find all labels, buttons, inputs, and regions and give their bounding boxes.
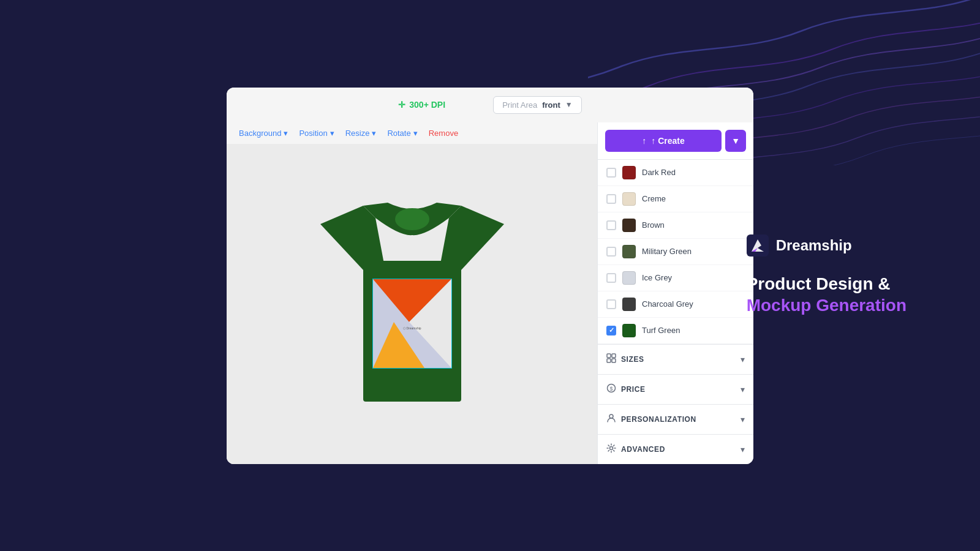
tagline-line1: Product Design & [747,274,907,294]
background-label: Background [239,129,281,138]
branding-panel: Dreamship Product Design & Mockup Genera… [747,234,907,317]
upload-icon: ↑ [642,136,646,146]
color-checkbox[interactable] [606,299,616,309]
color-checkbox[interactable] [606,194,616,204]
svg-rect-1 [363,266,374,275]
svg-rect-10 [607,354,611,358]
dpi-icon: ✛ [398,100,405,110]
dpi-badge: ✛ 300+ DPI [398,100,445,110]
top-bar: ✛ 300+ DPI Print Area front ▼ [227,88,753,122]
svg-text:$: $ [610,386,613,392]
dpi-label: 300+ DPI [409,100,445,110]
color-swatch [622,271,636,285]
svg-text:⬡ Dreamship: ⬡ Dreamship [403,326,421,330]
color-checkbox[interactable] [606,220,616,230]
color-item[interactable]: Ice Grey [598,265,753,291]
rotate-chevron-icon: ▾ [413,129,418,138]
dreamship-logo: Dreamship [747,234,907,257]
color-name: Dark Red [642,168,676,177]
color-item[interactable]: Dark Red [598,160,753,186]
color-item[interactable]: Creme [598,186,753,212]
create-dropdown-button[interactable]: ▼ [725,130,746,152]
background-button[interactable]: Background ▾ [239,129,288,138]
tshirt-svg: ⬡ Dreamship [314,187,510,420]
svg-rect-13 [612,359,616,362]
create-bar: ↑ ↑ Create ▼ [598,122,753,160]
print-area-label: Print Area [502,100,537,110]
svg-rect-12 [607,359,611,362]
price-icon: $ [606,383,616,395]
print-area-button[interactable]: Print Area front ▼ [493,96,582,114]
position-chevron-icon: ▾ [330,129,334,138]
create-dropdown-icon: ▼ [731,136,740,146]
tagline: Product Design & Mockup Generation [747,274,907,317]
position-label: Position [299,129,327,138]
rotate-button[interactable]: Rotate ▾ [387,129,417,138]
advanced-icon [606,443,616,455]
sizes-icon [606,353,616,365]
svg-rect-11 [612,354,616,358]
color-name: Creme [642,194,666,203]
color-item[interactable]: Turf Green [598,318,753,344]
color-swatch [622,219,636,232]
background-chevron-icon: ▾ [284,129,288,138]
accordion-container: SIZES▾$PRICE▾PERSONALIZATION▾ADVANCED▾ [598,344,753,464]
personalization-label: PERSONALIZATION [621,415,696,424]
svg-point-3 [395,208,429,230]
position-button[interactable]: Position ▾ [299,129,334,138]
svg-rect-2 [451,266,461,275]
price-chevron-icon: ▾ [741,384,745,394]
advanced-label: ADVANCED [621,445,665,454]
color-swatch [622,166,636,179]
color-swatch [622,324,636,337]
main-content: Background ▾ Position ▾ Resize ▾ Rotate … [227,122,753,464]
resize-button[interactable]: Resize ▾ [345,129,377,138]
color-checkbox[interactable] [606,247,616,257]
color-swatch [622,245,636,258]
color-item[interactable]: Brown [598,212,753,239]
color-name: Ice Grey [642,273,672,282]
print-area-value: front [542,100,560,110]
canvas-panel: Background ▾ Position ▾ Resize ▾ Rotate … [227,122,597,464]
color-list: Dark RedCremeBrownMilitary GreenIce Grey… [598,160,753,344]
toolbar: Background ▾ Position ▾ Resize ▾ Rotate … [227,122,597,144]
color-checkbox[interactable] [606,326,616,335]
canvas-area: ⬡ Dreamship [227,144,597,464]
color-swatch [622,298,636,311]
tagline-line2: Mockup Generation [747,294,907,317]
page-container: ✛ 300+ DPI Print Area front ▼ Background… [0,0,980,551]
create-label: ↑ Create [651,136,684,146]
sizes-chevron-icon: ▾ [741,354,745,364]
color-name: Turf Green [642,326,680,335]
create-button[interactable]: ↑ ↑ Create [605,130,722,152]
resize-label: Resize [345,129,370,138]
color-name: Brown [642,220,665,230]
logo-icon [747,234,769,257]
svg-point-16 [609,414,613,418]
color-swatch [622,192,636,206]
color-checkbox[interactable] [606,273,616,283]
accordion-personalization[interactable]: PERSONALIZATION▾ [598,404,753,434]
accordion-price[interactable]: $PRICE▾ [598,374,753,404]
color-name: Military Green [642,247,692,256]
advanced-chevron-icon: ▾ [741,444,745,454]
remove-button[interactable]: Remove [429,129,458,138]
price-label: PRICE [621,385,646,394]
sizes-label: SIZES [621,355,644,364]
color-item[interactable]: Charcoal Grey [598,291,753,318]
accordion-sizes[interactable]: SIZES▾ [598,344,753,374]
remove-label: Remove [429,129,458,138]
logo-text: Dreamship [776,237,852,254]
color-checkbox[interactable] [606,168,616,178]
personalization-chevron-icon: ▾ [741,414,745,424]
color-name: Charcoal Grey [642,299,693,309]
color-item[interactable]: Military Green [598,239,753,265]
svg-point-17 [610,446,613,449]
editor-card: ✛ 300+ DPI Print Area front ▼ Background… [227,88,753,464]
rotate-label: Rotate [387,129,410,138]
accordion-advanced[interactable]: ADVANCED▾ [598,434,753,464]
options-panel: ↑ ↑ Create ▼ Dark RedCremeBrownMilitary … [597,122,753,464]
chevron-down-icon: ▼ [565,100,573,109]
tshirt-mockup: ⬡ Dreamship [314,187,510,420]
resize-chevron-icon: ▾ [372,129,376,138]
